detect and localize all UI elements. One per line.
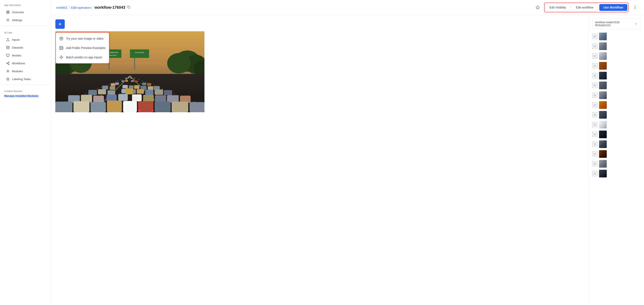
breadcrumb: mohit01 / Edit-operators / workflow-1760…	[56, 5, 531, 10]
svg-rect-62	[131, 80, 134, 82]
edit-workflow-button[interactable]: Edit workflow	[572, 4, 597, 11]
thumbnail-frame	[592, 83, 597, 88]
svg-rect-66	[142, 83, 146, 85]
svg-rect-75	[154, 86, 160, 90]
main-content: mohit01 / Edit-operators / workflow-1760…	[51, 0, 644, 305]
svg-rect-59	[130, 78, 132, 78]
svg-rect-85	[126, 88, 133, 94]
svg-rect-67	[147, 83, 151, 86]
svg-rect-88	[93, 96, 104, 103]
svg-point-122	[594, 94, 594, 95]
thumbnail-img-1[interactable]	[599, 32, 607, 40]
thumbnail-frame	[592, 54, 597, 58]
thumbnail-img-2[interactable]	[599, 42, 607, 50]
thumbnails-list	[592, 32, 640, 178]
svg-rect-1	[8, 11, 9, 12]
sidebar-item-workflows-label: Workflows	[12, 62, 25, 65]
thumbnail-img-8[interactable]	[599, 101, 607, 109]
manage-installed-modules-link[interactable]: Manage Installed Modules	[4, 94, 47, 97]
svg-point-134	[594, 153, 594, 154]
thumbnail-row	[592, 170, 640, 178]
thumbnail-row	[592, 32, 640, 40]
main-panel: Try your own image or video Add Public P…	[51, 15, 589, 305]
svg-rect-104	[190, 102, 204, 112]
svg-rect-64	[115, 82, 119, 85]
copy-icon[interactable]	[127, 5, 130, 10]
thumbnail-frame	[592, 161, 597, 166]
breadcrumb-current-text: workflow-176043	[94, 5, 125, 10]
thumbnail-img-6[interactable]	[599, 82, 607, 89]
svg-rect-25	[128, 6, 130, 8]
thumbnail-img-15[interactable]	[599, 170, 607, 178]
thumbnail-img-9[interactable]	[599, 111, 607, 119]
installed-modules-label: Installed Modules	[4, 90, 47, 92]
sidebar-item-modules-label: Modules	[12, 70, 23, 73]
breadcrumb-workflow-link[interactable]: Edit-operators	[71, 6, 91, 9]
svg-line-19	[8, 72, 9, 72]
thumbnail-row	[592, 72, 640, 80]
svg-point-112	[594, 46, 594, 46]
thumbnail-img-7[interactable]	[599, 91, 607, 99]
svg-rect-77	[98, 89, 106, 94]
sidebar-divider-2	[0, 84, 51, 85]
dropdown-item-batch-predict[interactable]: Batch predict on app inputs	[56, 52, 109, 62]
svg-point-6	[6, 46, 9, 47]
svg-point-12	[8, 64, 9, 65]
sidebar-item-settings[interactable]: Settings	[2, 16, 49, 24]
thumbnail-img-14[interactable]	[599, 160, 607, 168]
thumbnail-img-10[interactable]	[599, 121, 607, 128]
model-selector[interactable]: workflow-model-0318-9f15c8e5131f	[592, 18, 640, 29]
edit-visibility-button[interactable]: Edit Visibility	[546, 4, 570, 11]
thumbnail-row	[592, 101, 640, 109]
thumbnail-row	[592, 121, 640, 128]
sidebar-item-labeling-tasks[interactable]: Labeling Tasks	[2, 75, 49, 83]
dropdown-item-try-own[interactable]: Try your own image or video	[56, 34, 109, 43]
svg-point-27	[635, 6, 635, 6]
svg-point-4	[8, 20, 8, 20]
installed-modules-section: Installed Modules Manage Installed Modul…	[0, 86, 51, 101]
svg-text:Next Exit: Next Exit	[110, 54, 116, 56]
thumbnail-frame	[592, 112, 597, 117]
breadcrumb-user-link[interactable]: mohit01	[56, 6, 68, 9]
thumbnail-img-3[interactable]	[599, 52, 607, 60]
sidebar-divider-1	[0, 26, 51, 26]
thumbnail-img-11[interactable]	[599, 130, 607, 138]
svg-rect-92	[143, 95, 154, 102]
sidebar-item-models[interactable]: Models	[2, 52, 49, 59]
svg-rect-81	[137, 89, 144, 94]
svg-rect-94	[167, 95, 179, 103]
thumbnail-row	[592, 130, 640, 138]
thumbnail-img-5[interactable]	[599, 72, 607, 80]
use-workflow-button[interactable]: Use Workflow	[599, 4, 628, 11]
right-panel: workflow-model-0318-9f15c8e5131f	[589, 15, 644, 305]
content-area: Try your own image or video Add Public P…	[51, 15, 644, 305]
svg-point-10	[8, 62, 9, 62]
svg-rect-107	[138, 110, 140, 112]
thumbnail-img-4[interactable]	[599, 62, 607, 70]
svg-point-130	[594, 134, 594, 134]
thumbnail-row	[592, 111, 640, 119]
sparkle-icon	[59, 55, 64, 60]
svg-rect-78	[108, 90, 115, 95]
sidebar-item-workflows[interactable]: Workflows	[2, 60, 49, 67]
gear-icon	[6, 18, 10, 22]
thumbnail-frame	[592, 93, 597, 98]
svg-rect-76	[88, 90, 97, 95]
star-button[interactable]	[534, 4, 542, 11]
svg-point-126	[594, 114, 594, 114]
sidebar-item-modules[interactable]: Modules	[2, 67, 49, 75]
thumbnail-frame	[592, 34, 597, 39]
header: mohit01 / Edit-operators / workflow-1760…	[51, 0, 644, 15]
sidebar-item-inputs[interactable]: Inputs	[2, 36, 49, 44]
thumbnail-img-13[interactable]	[599, 150, 607, 158]
thumbnail-row	[592, 160, 640, 168]
sidebar-item-overview[interactable]: Overview	[2, 8, 49, 16]
sidebar-item-models-label: Models	[12, 54, 21, 57]
add-button[interactable]	[55, 20, 65, 29]
svg-rect-87	[81, 95, 92, 102]
more-options-button[interactable]	[631, 4, 639, 11]
sidebar-item-datasets[interactable]: Datasets	[2, 44, 49, 51]
svg-point-124	[594, 104, 594, 105]
thumbnail-img-12[interactable]	[599, 140, 607, 148]
dropdown-item-add-public[interactable]: Add Public Preview Examples	[56, 43, 109, 52]
